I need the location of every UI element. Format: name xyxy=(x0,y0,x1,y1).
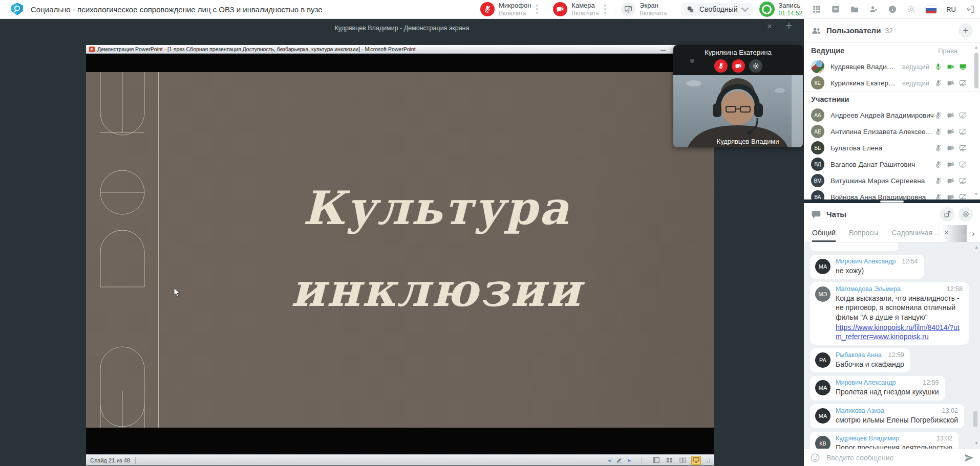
message-author[interactable]: Мирович Александр xyxy=(836,379,896,386)
screen-off-icon[interactable] xyxy=(959,128,967,136)
camera-off-icon[interactable] xyxy=(947,177,954,185)
camera-off-icon[interactable] xyxy=(553,2,567,16)
mic-off-icon[interactable] xyxy=(934,161,942,168)
microphone-control[interactable]: Микрофон Включить xyxy=(480,2,539,17)
screen-share-control[interactable]: Экран Включить xyxy=(621,2,667,17)
slideshow-view-icon[interactable] xyxy=(692,456,700,464)
user-row[interactable]: КЕКурилкина Екатерина...ведущий xyxy=(804,75,980,91)
message-author[interactable]: Рыбакова Анна xyxy=(836,351,882,359)
settings-gear-icon[interactable] xyxy=(907,5,916,14)
screen-off-icon[interactable] xyxy=(959,177,967,185)
splitter-handle[interactable] xyxy=(880,201,904,203)
record-control[interactable]: Запись 01:14:52 xyxy=(759,2,803,17)
screen-off-icon[interactable] xyxy=(959,79,967,87)
resize-grip[interactable] xyxy=(706,458,710,462)
webcam-mic-off-button[interactable] xyxy=(714,59,728,73)
message-author[interactable]: Мирович Александр xyxy=(836,258,896,265)
chat-scroll-down-icon[interactable]: ▼ xyxy=(974,441,978,446)
chat-scrollbar-thumb[interactable] xyxy=(973,411,977,427)
camera-menu-icon[interactable] xyxy=(604,8,606,10)
camera-off-icon[interactable] xyxy=(947,112,954,119)
screen-off-icon[interactable] xyxy=(959,144,967,152)
user-row[interactable]: БЕБулатова Елена xyxy=(804,140,980,156)
mic-off-icon[interactable] xyxy=(934,79,942,87)
files-icon[interactable] xyxy=(850,5,859,14)
camera-off-icon[interactable] xyxy=(947,161,954,168)
mic-off-icon[interactable] xyxy=(934,128,942,136)
mic-off-icon[interactable] xyxy=(934,177,942,185)
emoji-icon[interactable] xyxy=(810,453,820,463)
chat-scroll-up-icon[interactable]: ▲ xyxy=(974,245,978,250)
user-row[interactable]: ВМВитушкина Мария Сергеевна xyxy=(804,172,980,189)
screen-on-icon[interactable] xyxy=(959,63,967,71)
screen-off-icon[interactable] xyxy=(959,161,967,168)
user-row[interactable]: ВАВойнова Анна Владимировна xyxy=(804,189,980,199)
annotation-pen-icon[interactable] xyxy=(616,457,623,463)
leave-meeting-icon[interactable] xyxy=(966,5,975,14)
user-device-icons xyxy=(934,79,967,87)
add-user-button[interactable]: + xyxy=(958,24,973,38)
mode-selector[interactable]: Свободный xyxy=(681,3,752,16)
hosts-label: Ведущие xyxy=(811,47,844,55)
chat-tab[interactable]: Садовничая ...× xyxy=(891,225,949,242)
camera-off-icon[interactable] xyxy=(947,79,954,87)
camera-on-icon[interactable] xyxy=(947,63,954,71)
next-slide-icon[interactable]: ► xyxy=(627,458,632,463)
camera-off-icon[interactable] xyxy=(947,193,954,200)
chats-section: Чаты › ОбщийВопросыСадовничая ...×Кривд … xyxy=(804,203,980,466)
close-share-icon[interactable]: × xyxy=(767,21,772,32)
webcam-settings-button[interactable] xyxy=(749,59,762,73)
message-link[interactable]: https://www.kinopoisk.ru/film/84014/?utm… xyxy=(836,323,963,341)
message-author[interactable]: Кудрявцев Владимир xyxy=(836,435,899,442)
webcam-camera-off-button[interactable] xyxy=(732,59,745,73)
message-author[interactable]: Маликова Азиза xyxy=(836,407,884,414)
mic-on-icon[interactable] xyxy=(934,63,942,71)
camera-control[interactable]: Камера Включить xyxy=(553,2,607,17)
screen-off-icon[interactable] xyxy=(959,112,967,119)
scroll-down-icon[interactable]: ▼ xyxy=(974,192,978,196)
slide-sorter-view-icon[interactable] xyxy=(665,456,674,464)
camera-off-icon[interactable] xyxy=(947,144,954,152)
invite-user-icon[interactable] xyxy=(869,5,878,14)
scroll-up-icon[interactable]: ▲ xyxy=(974,45,978,50)
user-name: Булатова Елена xyxy=(830,144,934,152)
mic-off-icon[interactable] xyxy=(934,193,942,200)
more-tabs-icon[interactable]: › xyxy=(967,225,980,242)
screen-off-icon[interactable] xyxy=(621,2,635,16)
normal-view-icon[interactable] xyxy=(652,456,661,464)
info-icon[interactable] xyxy=(888,5,897,14)
user-row[interactable]: Кудрявцев Владимир ...ведущий xyxy=(804,58,980,75)
chat-tab[interactable]: Вопросы xyxy=(849,225,878,242)
user-row[interactable]: ВДВагапов Данат Рашитович xyxy=(804,156,980,172)
scrollbar-thumb[interactable] xyxy=(974,53,978,88)
language-flag-icon[interactable] xyxy=(926,6,936,13)
user-role: ведущий xyxy=(902,63,929,71)
message-input[interactable] xyxy=(825,453,958,462)
chat-settings-button[interactable] xyxy=(958,207,973,221)
webcam-overlay[interactable]: Курилкина Екатерина xyxy=(673,45,803,147)
mic-off-icon[interactable] xyxy=(934,112,942,119)
message-author[interactable]: Магомедова Эльмира xyxy=(836,285,901,293)
user-row[interactable]: АААндреев Андрей Владимирович xyxy=(804,107,980,123)
screen-off-icon[interactable] xyxy=(959,193,967,200)
minimize-button[interactable]: — xyxy=(661,47,666,53)
add-tile-icon[interactable]: + xyxy=(785,19,792,33)
powerpoint-titlebar: P Демонстрация PowerPoint - [1 през Сбор… xyxy=(86,45,714,54)
send-message-icon[interactable] xyxy=(964,453,974,463)
reading-view-icon[interactable] xyxy=(678,456,687,464)
popout-chat-button[interactable] xyxy=(940,207,954,221)
camera-off-icon[interactable] xyxy=(947,128,954,136)
panel-splitter[interactable] xyxy=(804,199,980,203)
previous-slide-icon[interactable]: ◄ xyxy=(607,458,611,463)
mic-off-icon[interactable] xyxy=(934,144,942,152)
mic-off-icon[interactable] xyxy=(480,2,495,16)
user-row[interactable]: АЕАнтипина Елизавета Алексеевна xyxy=(804,123,980,140)
notes-icon[interactable] xyxy=(831,5,840,14)
chat-tab[interactable]: Общий xyxy=(812,225,836,242)
language-code[interactable]: RU xyxy=(946,6,956,13)
webcam-person-image xyxy=(673,75,803,147)
users-scrollbar[interactable]: ▲ ▼ xyxy=(973,45,979,196)
record-icon[interactable] xyxy=(759,2,775,17)
mic-menu-icon[interactable] xyxy=(536,8,538,10)
grid-apps-icon[interactable] xyxy=(812,5,821,14)
